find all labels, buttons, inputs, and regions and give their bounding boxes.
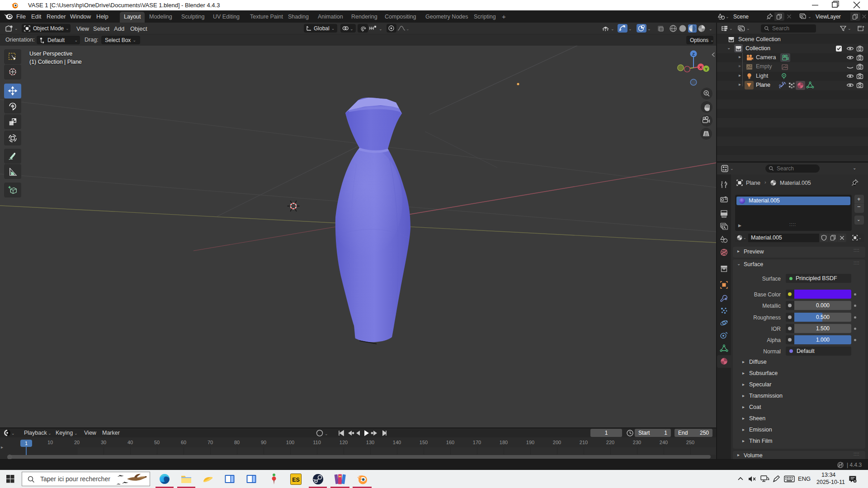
svg-text:⌄: ⌄ [709,27,712,31]
svg-text:ES: ES [292,477,300,483]
svg-text:⌄: ⌄ [325,432,328,436]
svg-text:Y: Y [705,66,708,71]
svg-text:⌄: ⌄ [11,431,15,436]
svg-text:X: X [699,65,703,70]
svg-text:Z: Z [692,52,695,56]
